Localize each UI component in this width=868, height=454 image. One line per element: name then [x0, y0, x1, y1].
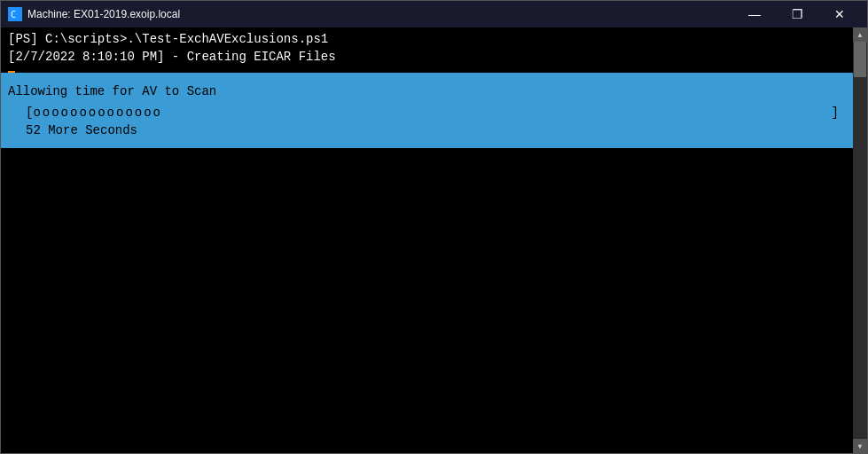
seconds-line: 52 More Seconds	[26, 123, 846, 137]
progress-bracket-left: [	[26, 106, 33, 120]
progress-bar-fill: oooooooooooooo	[33, 106, 162, 120]
scrollbar-thumb[interactable]	[854, 42, 866, 77]
scroll-up-button[interactable]: ▲	[853, 27, 867, 42]
title-bar: C Machine: EX01-2019.exoip.local — ❐ ✕	[1, 1, 867, 27]
window-controls: — ❐ ✕	[734, 1, 860, 27]
prompt-line-2: [2/7/2022 8:10:10 PM] - Creating EICAR F…	[8, 49, 846, 67]
window-title: Machine: EX01-2019.exoip.local	[27, 8, 180, 20]
scroll-down-button[interactable]: ▼	[853, 439, 867, 453]
terminal-icon: C	[8, 7, 22, 21]
scrollbar: ▲ ▼	[853, 27, 867, 453]
progress-bar-row: [ oooooooooooooo ]	[8, 106, 846, 120]
terminal-body: [PS] C:\scripts>.\Test-ExchAVExclusions.…	[1, 27, 867, 453]
progress-section: Allowing time for AV to Scan [ ooooooooo…	[1, 73, 853, 147]
close-button[interactable]: ✕	[819, 1, 860, 27]
progress-bracket-right: ]	[832, 106, 839, 120]
minimize-button[interactable]: —	[734, 1, 775, 27]
terminal-window: C Machine: EX01-2019.exoip.local — ❐ ✕ […	[0, 0, 868, 454]
title-bar-left: C Machine: EX01-2019.exoip.local	[8, 7, 180, 21]
allowing-line: Allowing time for AV to Scan	[8, 82, 846, 101]
black-area	[1, 148, 853, 453]
terminal-content: [PS] C:\scripts>.\Test-ExchAVExclusions.…	[1, 27, 853, 453]
prompt-line-1: [PS] C:\scripts>.\Test-ExchAVExclusions.…	[8, 31, 846, 49]
header-section: [PS] C:\scripts>.\Test-ExchAVExclusions.…	[1, 27, 853, 67]
maximize-button[interactable]: ❐	[777, 1, 817, 27]
svg-text:C: C	[11, 10, 16, 20]
scrollbar-track[interactable]	[853, 42, 867, 439]
